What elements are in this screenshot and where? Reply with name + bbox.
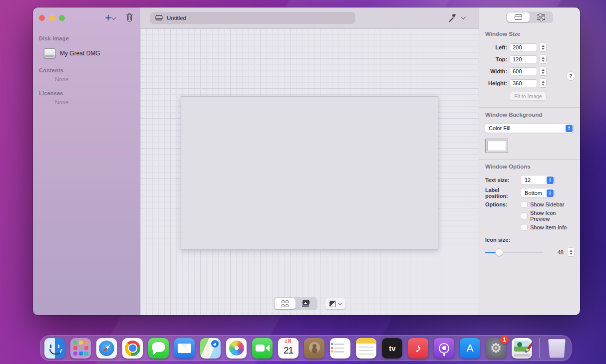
width-field-row: Width: [485, 67, 574, 75]
height-field[interactable] [510, 79, 537, 87]
dock-item-dmg-canvas[interactable] [512, 338, 532, 359]
calendar-month: 2月 [278, 338, 299, 345]
top-stepper[interactable] [540, 55, 546, 63]
chevron-down-icon [338, 301, 342, 305]
calendar-day: 21 [278, 345, 299, 357]
podcasts-icon [439, 343, 449, 354]
dock-item-music[interactable]: ♪ [408, 338, 428, 359]
compass-icon [99, 341, 114, 356]
label-position-popup[interactable]: Bottom [521, 188, 554, 197]
top-field-row: Top: [485, 55, 574, 63]
chevron-down-icon [461, 14, 466, 19]
left-stepper[interactable] [540, 43, 546, 51]
show-sidebar-checkbox[interactable] [521, 201, 527, 207]
show-item-info-label: Show Item Info [530, 224, 567, 230]
drive-slot [514, 354, 530, 357]
left-field-label: Left: [485, 44, 507, 50]
top-field[interactable] [510, 55, 537, 63]
show-item-info-checkbox[interactable] [521, 224, 527, 230]
width-stepper[interactable] [540, 67, 546, 75]
delete-button[interactable] [125, 12, 134, 24]
sliders-icon [537, 14, 545, 20]
sidebar-header-licenses: Licenses [39, 90, 134, 96]
dock-item-trash[interactable] [548, 339, 567, 358]
show-icon-preview-checkbox[interactable] [521, 213, 527, 219]
background-type-popup[interactable]: Color Fill [485, 124, 573, 133]
window-options-section: Window Options Text size: 12 Label posit… [479, 161, 580, 261]
layout-canvas[interactable] [140, 28, 479, 315]
icon-size-label: Icon size: [485, 237, 574, 243]
canvas-controls [140, 297, 479, 310]
dock-item-chrome[interactable] [122, 338, 143, 359]
sidebar-header-disk-image: Disk Image [39, 35, 134, 41]
close-button[interactable] [39, 15, 45, 21]
fit-to-image-button[interactable]: Fit to Image [510, 92, 546, 100]
tree-icon [517, 342, 522, 347]
background-color-well[interactable] [485, 139, 508, 153]
help-button[interactable]: ? [567, 72, 575, 80]
slider-knob[interactable] [496, 249, 503, 256]
icon-size-slider[interactable] [485, 249, 543, 256]
dock-item-podcasts[interactable] [434, 338, 454, 359]
zoom-button[interactable] [59, 15, 65, 21]
window-background-title: Window Background [485, 112, 574, 118]
music-note-icon: ♪ [415, 341, 421, 355]
text-size-popup[interactable]: 12 [521, 176, 554, 184]
appearance-button[interactable] [325, 298, 346, 309]
show-sidebar-label: Show Sidebar [530, 201, 565, 207]
dock-item-reminders[interactable] [330, 338, 350, 359]
dock-item-system-settings[interactable]: ⚙ 1 [486, 338, 506, 359]
add-button[interactable]: + [105, 13, 116, 22]
background-view-button[interactable] [296, 298, 316, 309]
dock-item-finder[interactable] [44, 338, 65, 359]
app-store-glyph: A [466, 342, 473, 354]
dock-item-facetime[interactable] [252, 338, 273, 359]
background-image-icon [302, 300, 310, 307]
dock-item-apple-tv[interactable]: tv [382, 338, 402, 359]
dock-item-launchpad[interactable] [70, 338, 91, 359]
document-tab[interactable]: Untitled [150, 12, 355, 24]
popup-arrows-icon [547, 189, 554, 197]
sidebar-titlebar: + [33, 7, 140, 28]
document-tab-label: Untitled [167, 15, 186, 21]
color-swatch [487, 141, 506, 151]
dock-item-safari[interactable] [96, 338, 117, 359]
dock-item-notes[interactable] [356, 338, 376, 359]
dock-item-contacts[interactable] [304, 338, 324, 359]
licenses-none-value: None [39, 99, 134, 105]
show-sidebar-option: Show Sidebar [521, 201, 574, 207]
dock-item-mail[interactable] [174, 338, 195, 359]
dock-item-calendar[interactable]: 2月 21 [278, 338, 299, 359]
chrome-icon [125, 341, 140, 356]
label-position-row: Label position: Bottom [485, 187, 574, 199]
width-field[interactable] [510, 67, 537, 75]
center-column: Untitled [140, 7, 479, 315]
dmg-canvas-window: + Disk Image [33, 7, 580, 315]
width-field-label: Width: [485, 68, 507, 74]
contents-none-value: None [39, 76, 134, 82]
left-field[interactable] [510, 43, 537, 51]
height-stepper[interactable] [540, 79, 546, 87]
chevron-down-icon [111, 15, 116, 20]
grid-view-button[interactable] [275, 298, 296, 309]
envelope-icon [178, 344, 191, 353]
icon-size-stepper[interactable] [568, 248, 574, 256]
window-icon [515, 14, 522, 20]
left-field-row: Left: [485, 43, 574, 51]
desktop-wallpaper: + Disk Image [0, 0, 606, 364]
height-field-label: Height: [485, 80, 507, 86]
dock-item-messages[interactable] [148, 338, 169, 359]
dmg-window-preview[interactable] [181, 96, 438, 250]
tab-settings-inspector[interactable] [530, 12, 552, 22]
dock-item-maps[interactable] [200, 338, 221, 359]
dock-item-photos[interactable] [226, 338, 247, 359]
label-position-value: Bottom [525, 190, 542, 196]
dock-item-app-store[interactable]: A [460, 338, 480, 359]
sidebar-item-disk-image[interactable]: My Great DMG [39, 46, 134, 60]
options-label: Options: [485, 201, 521, 207]
minimize-button[interactable] [49, 15, 55, 21]
disk-icon [155, 14, 163, 21]
build-button[interactable] [448, 13, 466, 23]
photos-pinwheel-icon [229, 341, 244, 356]
tab-window-inspector[interactable] [507, 12, 530, 22]
